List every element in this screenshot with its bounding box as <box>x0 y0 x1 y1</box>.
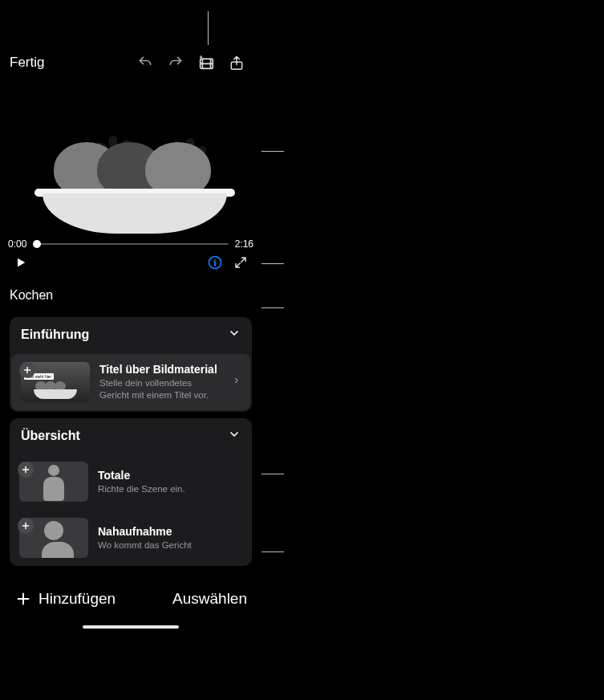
plus-icon <box>14 590 32 608</box>
undo-icon <box>136 55 154 71</box>
scrubber-row: 0:00 2:16 <box>0 234 261 251</box>
scrubber-handle[interactable] <box>33 240 41 248</box>
video-preview[interactable]: ❋ ❋ <box>0 80 261 234</box>
section-card-overview: Übersicht Totale Richte die Szene ein. <box>10 418 252 566</box>
clip-row[interactable]: Nahaufnahme Wo kommt das Gericht <box>10 510 252 566</box>
expand-button[interactable] <box>228 255 253 270</box>
magic-clip-button[interactable] <box>191 54 221 71</box>
callout-line <box>261 151 284 152</box>
magic-clip-icon <box>197 54 216 71</box>
chevron-down-icon <box>228 327 241 343</box>
add-clip-button[interactable] <box>18 518 34 534</box>
preview-thumbnail: ❋ ❋ <box>10 97 251 234</box>
clip-subtitle: Wo kommt das Gericht <box>98 539 242 551</box>
add-clip-button[interactable] <box>18 462 34 478</box>
plus-icon <box>22 365 32 375</box>
chevron-right-icon <box>233 374 241 390</box>
select-button[interactable]: Auswählen <box>172 590 247 608</box>
play-icon <box>14 255 27 270</box>
section-header[interactable]: Einführung <box>10 317 252 352</box>
top-toolbar: Fertig <box>0 45 261 80</box>
bottom-toolbar: Hinzufügen Auswählen <box>0 584 261 633</box>
section-card-intro: Einführung Titel steht hier Titel über B… <box>10 317 252 412</box>
app-frame: Fertig ❋ ❋ 0:00 2:16 <box>0 45 261 633</box>
scrubber[interactable] <box>33 238 228 250</box>
current-time: 0:00 <box>8 238 26 250</box>
expand-icon <box>233 255 248 270</box>
plus-icon <box>21 465 30 474</box>
share-icon <box>229 54 245 71</box>
play-button[interactable] <box>8 255 34 270</box>
clip-subtitle: Richte die Szene ein. <box>98 483 242 495</box>
total-time: 2:16 <box>235 238 253 250</box>
clip-subtitle: Stelle dein vollendetes Gericht mit eine… <box>99 377 223 401</box>
clip-title: Titel über Bildmaterial <box>99 363 223 376</box>
clip-title: Totale <box>98 469 242 482</box>
clip-title: Nahaufnahme <box>98 525 242 538</box>
undo-button[interactable] <box>130 55 160 71</box>
chevron-down-icon <box>228 428 241 444</box>
info-icon <box>207 254 223 271</box>
project-title: Kochen <box>0 277 261 311</box>
section-header-label: Einführung <box>21 328 89 342</box>
transport-controls <box>0 251 261 277</box>
add-clip-button[interactable] <box>19 362 35 378</box>
plus-icon <box>21 521 30 531</box>
done-button[interactable]: Fertig <box>10 55 44 71</box>
section-header-label: Übersicht <box>21 429 80 443</box>
redo-icon <box>167 55 184 71</box>
add-button-label: Hinzufügen <box>39 590 116 608</box>
clip-row[interactable]: Titel steht hier Titel über Bildmaterial… <box>11 354 250 410</box>
section-header[interactable]: Übersicht <box>10 418 252 454</box>
redo-button[interactable] <box>160 55 191 71</box>
home-indicator <box>83 625 179 629</box>
add-button[interactable]: Hinzufügen <box>14 590 116 608</box>
clip-row[interactable]: Totale Richte die Szene ein. <box>10 454 252 510</box>
info-button[interactable] <box>202 254 228 271</box>
share-button[interactable] <box>221 54 252 71</box>
